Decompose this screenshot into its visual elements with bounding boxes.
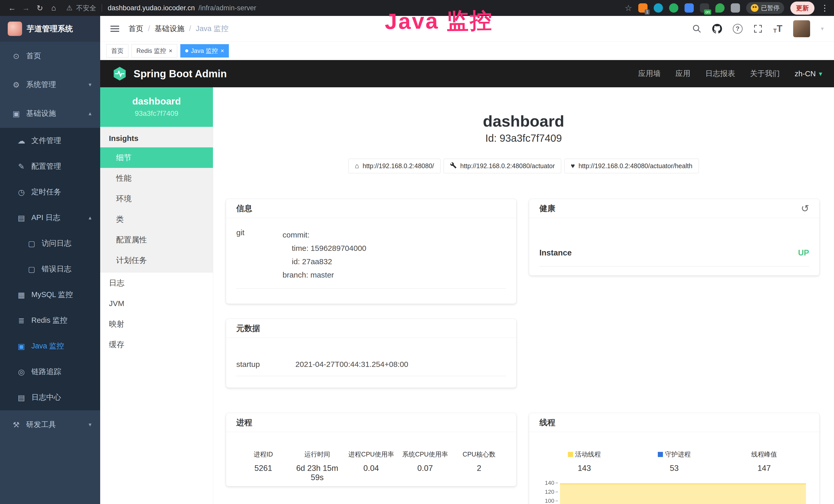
- card-title: 线程: [540, 417, 555, 428]
- instance-header[interactable]: dashboard 93a3fc7f7409: [100, 87, 213, 127]
- infrastructure-icon: ▣: [11, 109, 21, 118]
- legend-label: 线程峰值: [751, 451, 777, 458]
- tab-java-monitor[interactable]: Java 监控 ×: [180, 44, 229, 58]
- sba-item-mappings[interactable]: 映射: [100, 314, 213, 334]
- health-url-link[interactable]: ♥ http://192.168.0.2:48080/actuator/heal…: [564, 159, 699, 173]
- service-url-link[interactable]: ⌂ http://192.168.0.2:48080/: [348, 159, 440, 173]
- sidebar-item-mysql-monitor[interactable]: ▦ MySQL 监控: [0, 282, 100, 307]
- sba-brand[interactable]: Spring Boot Admin: [112, 66, 227, 82]
- extension-icon-toggle[interactable]: on: [700, 3, 709, 13]
- search-icon[interactable]: [692, 24, 701, 33]
- sba-nav-wallboard[interactable]: 应用墙: [638, 69, 661, 79]
- sidebar-label: 错误日志: [42, 264, 71, 274]
- metadata-card-header: 元数据: [226, 319, 516, 338]
- breadcrumb-infrastructure[interactable]: 基础设施: [155, 24, 184, 34]
- col-pid: 进程ID: [236, 450, 290, 459]
- sidebar-item-config-mgmt[interactable]: ✎ 配置管理: [0, 154, 100, 179]
- startup-value: 2021-04-27T00:44:31.254+08:00: [295, 360, 409, 369]
- sidebar-item-access-logs[interactable]: ▢ 访问日志: [0, 231, 100, 256]
- threads-chart: 140 120 100: [540, 479, 809, 504]
- tab-redis-monitor[interactable]: Redis 监控 ×: [132, 44, 177, 58]
- sba-item-classes[interactable]: 类: [100, 209, 213, 230]
- sba-item-scheduled-tasks[interactable]: 计划任务: [100, 250, 213, 271]
- user-avatar[interactable]: [793, 20, 810, 37]
- sidebar-item-log-center[interactable]: ▤ 日志中心: [0, 385, 100, 410]
- sidebar-menu: ⊙ 首页 ⚙ 系统管理 ▾ ▣ 基础设施 ▴ ☁ 文件管理 ✎ 配置管理 ◷ 定…: [0, 42, 100, 439]
- sba-item-jvm[interactable]: JVM: [100, 293, 213, 314]
- collapse-sidebar-icon[interactable]: [110, 24, 119, 33]
- sidebar-item-scheduled-jobs[interactable]: ◷ 定时任务: [0, 179, 100, 205]
- sba-nav-applications[interactable]: 应用: [676, 69, 690, 79]
- history-icon[interactable]: ↺: [801, 203, 809, 214]
- git-value: commit: time: 1596289704000 id: 27aa832 …: [283, 228, 366, 282]
- sidebar-item-file-mgmt[interactable]: ☁ 文件管理: [0, 128, 100, 154]
- legend-label: 活动线程: [575, 451, 601, 458]
- close-icon[interactable]: ×: [220, 47, 224, 54]
- wrench-icon: [450, 162, 457, 170]
- close-icon[interactable]: ×: [169, 47, 172, 54]
- sba-item-details[interactable]: 细节: [100, 147, 213, 168]
- sba-item-logs[interactable]: 日志: [100, 273, 213, 293]
- paused-extension-pill[interactable]: 已暂停: [746, 2, 784, 14]
- extension-icon-green[interactable]: [669, 3, 678, 13]
- extension-icon-orange[interactable]: 1: [638, 3, 648, 13]
- sidebar-item-infrastructure[interactable]: ▣ 基础设施 ▴: [0, 99, 100, 128]
- browser-home-icon[interactable]: ⌂: [47, 4, 61, 12]
- address-bar[interactable]: ⚠ 不安全 dashboard.yudao.iocoder.cn/infra/a…: [66, 4, 256, 13]
- github-icon[interactable]: [712, 24, 722, 33]
- git-branch-line: branch: master: [283, 268, 366, 282]
- sba-nav-about[interactable]: 关于我们: [750, 69, 780, 79]
- app-logo-row[interactable]: 芋道管理系统: [0, 16, 100, 42]
- forward-icon[interactable]: →: [19, 4, 33, 12]
- startup-label: startup: [236, 360, 295, 369]
- chrome-update-button[interactable]: 更新: [790, 2, 814, 15]
- sidebar-item-link-tracing[interactable]: ◎ 链路追踪: [0, 359, 100, 385]
- sidebar-item-java-monitor[interactable]: ▣ Java 监控: [0, 333, 100, 359]
- chevron-down-icon: ▾: [89, 82, 91, 88]
- font-size-icon[interactable]: TT: [773, 23, 782, 34]
- extension-icon-leaf[interactable]: [715, 3, 725, 13]
- breadcrumb-home[interactable]: 首页: [128, 24, 143, 34]
- refresh-icon[interactable]: ↻: [33, 4, 47, 13]
- link-label: http://192.168.0.2:48080/actuator/health: [578, 162, 692, 170]
- sba-item-caches[interactable]: 缓存: [100, 334, 213, 355]
- sba-nav-journal[interactable]: 日志报表: [705, 69, 735, 79]
- val-pid: 5261: [236, 464, 290, 482]
- locale-selector[interactable]: zh-CN ▾: [795, 70, 822, 78]
- extension-icon-drop[interactable]: [654, 3, 663, 13]
- sba-content: dashboard Id: 93a3fc7f7409 ⌂ http://192.…: [213, 87, 834, 504]
- sidebar-item-dev-tools[interactable]: ⚒ 研发工具 ▾: [0, 410, 100, 439]
- insights-group-label: Insights: [100, 127, 213, 147]
- sidebar-item-api-logs[interactable]: ▤ API 日志 ▴: [0, 205, 100, 231]
- tab-home[interactable]: 首页: [106, 44, 128, 58]
- instance-name: dashboard: [105, 96, 208, 107]
- sidebar-label: 文件管理: [31, 136, 61, 146]
- sidebar-label: API 日志: [31, 212, 60, 223]
- sidebar-item-system-mgmt[interactable]: ⚙ 系统管理 ▾: [0, 70, 100, 99]
- back-icon[interactable]: ←: [5, 4, 19, 12]
- sidebar-label: 链路追踪: [31, 367, 61, 377]
- val-uptime: 6d 23h 15m 59s: [290, 464, 344, 482]
- user-menu-caret-icon[interactable]: ▾: [821, 25, 824, 32]
- sidebar-item-home[interactable]: ⊙ 首页: [0, 42, 100, 70]
- extension-on-badge: on: [704, 9, 711, 15]
- extension-icon-grid[interactable]: [684, 3, 694, 13]
- fullscreen-icon[interactable]: [753, 24, 763, 33]
- git-commit-line: commit:: [283, 228, 366, 242]
- sidebar-item-redis-monitor[interactable]: ≣ Redis 监控: [0, 307, 100, 333]
- sba-item-environment[interactable]: 环境: [100, 188, 213, 209]
- sidebar-item-error-logs[interactable]: ▢ 错误日志: [0, 256, 100, 282]
- extensions-puzzle-icon[interactable]: [731, 3, 740, 13]
- bookmark-star-icon[interactable]: ☆: [625, 3, 632, 13]
- health-instance-row[interactable]: Instance UP: [540, 248, 809, 267]
- actuator-url-link[interactable]: http://192.168.0.2:48080/actuator: [444, 159, 561, 173]
- sba-item-config-props[interactable]: 配置属性: [100, 230, 213, 250]
- sba-item-metrics[interactable]: 性能: [100, 168, 213, 188]
- legend-daemon-threads: 守护进程: [629, 450, 719, 459]
- browser-menu-icon[interactable]: ⋮: [821, 3, 829, 13]
- sidebar-label: 配置管理: [31, 161, 61, 171]
- instance-id: 93a3fc7f7409: [105, 109, 208, 118]
- metadata-card-body: startup 2021-04-27T00:44:31.254+08:00: [226, 338, 516, 376]
- tags-view-bar: 首页 Redis 监控 × Java 监控 ×: [100, 42, 834, 60]
- help-icon[interactable]: ?: [733, 24, 743, 33]
